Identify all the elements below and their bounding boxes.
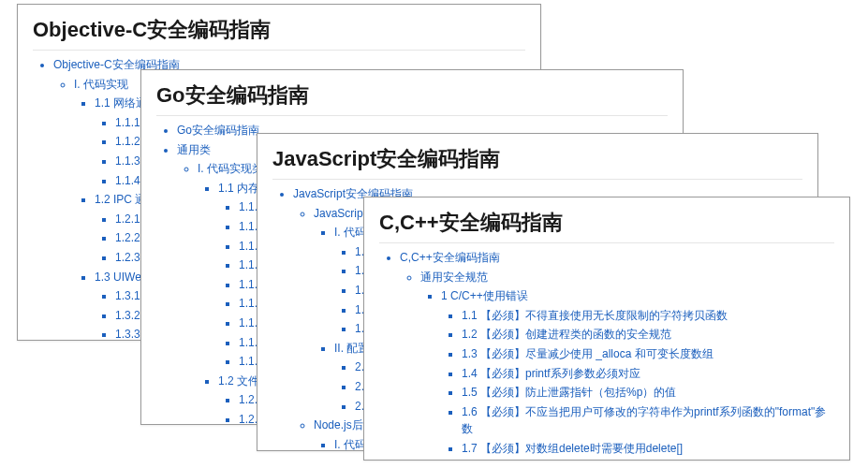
toc-item[interactable]: 1.2 【必须】创建进程类的函数的安全规范 <box>462 326 834 344</box>
toc-item[interactable]: 1.5 【必须】防止泄露指针（包括%p）的值 <box>462 384 834 402</box>
toc-group[interactable]: 1 C/C++使用错误 1.1 【必须】不得直接使用无长度限制的字符拷贝函数1.… <box>441 287 834 461</box>
page-title: Objective-C安全编码指南 <box>33 16 525 51</box>
page-title: C,C++安全编码指南 <box>379 209 834 243</box>
page-title: Go安全编码指南 <box>156 81 668 116</box>
page-title: JavaScript安全编码指南 <box>272 145 802 180</box>
toc-items: 1.1 【必须】不得直接使用无长度限制的字符拷贝函数1.2 【必须】创建进程类的… <box>441 307 834 461</box>
toc-general[interactable]: 通用安全规范 1 C/C++使用错误 1.1 【必须】不得直接使用无长度限制的字… <box>420 269 834 461</box>
toc-root[interactable]: C,C++安全编码指南 通用安全规范 1 C/C++使用错误 1.1 【必须】不… <box>400 249 834 461</box>
toc-item[interactable]: 1.3 【必须】尽量减少使用 _alloca 和可变长度数组 <box>462 345 834 363</box>
toc-item[interactable]: 1.6 【必须】不应当把用户可修改的字符串作为printf系列函数的"forma… <box>462 403 834 438</box>
toc-item[interactable]: 1.8 【必须】注意隐式符号转换 <box>462 460 834 461</box>
toc-item[interactable]: 1.7 【必须】对数组delete时需要使用delete[] <box>462 440 834 458</box>
doc-cpp: C,C++安全编码指南 C,C++安全编码指南 通用安全规范 1 C/C++使用… <box>363 197 850 461</box>
toc-item[interactable]: 1.4 【必须】printf系列参数必须对应 <box>462 365 834 383</box>
toc-item[interactable]: 1.1 【必须】不得直接使用无长度限制的字符拷贝函数 <box>462 307 834 325</box>
